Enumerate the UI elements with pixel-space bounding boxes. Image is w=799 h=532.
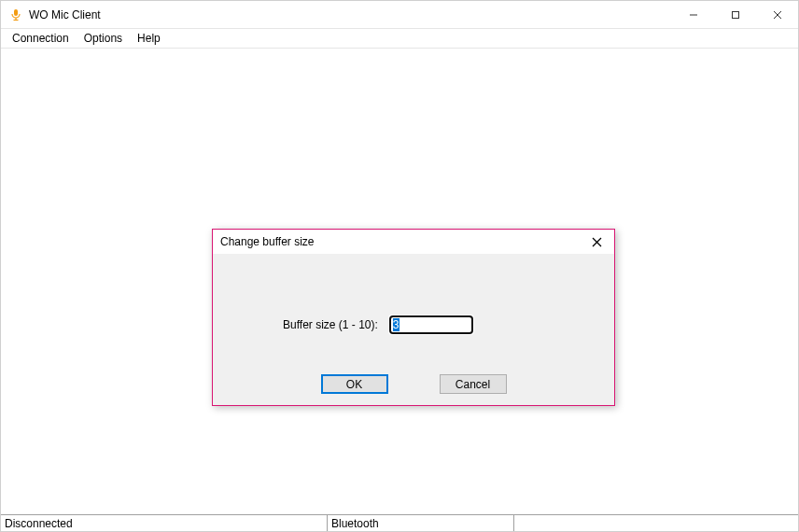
window-controls	[672, 1, 798, 28]
client-area: Change buffer size Buffer size (1 - 10):…	[1, 49, 798, 514]
maximize-button[interactable]	[714, 1, 756, 28]
dialog-title: Change buffer size	[220, 235, 584, 248]
ok-button[interactable]: OK	[321, 374, 388, 394]
buffer-size-row: Buffer size (1 - 10):	[283, 315, 473, 334]
main-window: WO Mic Client Connection Options Help	[0, 0, 799, 532]
dialog-body: Buffer size (1 - 10): OK Cancel	[213, 254, 614, 405]
statusbar: Disconnected Bluetooth	[1, 514, 798, 531]
menu-options[interactable]: Options	[77, 30, 130, 47]
close-button[interactable]	[756, 1, 798, 28]
dialog-buttons: OK Cancel	[213, 374, 614, 394]
dialog-close-button[interactable]	[584, 232, 609, 251]
dialog-titlebar: Change buffer size	[213, 230, 614, 254]
menu-help[interactable]: Help	[130, 30, 168, 47]
buffer-size-input[interactable]	[389, 315, 473, 334]
buffer-size-dialog: Change buffer size Buffer size (1 - 10):…	[212, 229, 615, 406]
cancel-button[interactable]: Cancel	[440, 374, 507, 394]
svg-line-6	[774, 11, 781, 19]
svg-rect-4	[732, 11, 738, 18]
status-extra	[514, 515, 798, 531]
menu-connection[interactable]: Connection	[5, 30, 77, 47]
status-connection: Disconnected	[1, 515, 328, 531]
svg-rect-0	[14, 9, 18, 16]
buffer-size-label: Buffer size (1 - 10):	[283, 318, 378, 331]
svg-line-5	[774, 11, 781, 19]
status-transport: Bluetooth	[328, 515, 514, 531]
menubar: Connection Options Help	[1, 29, 798, 49]
mic-icon	[8, 7, 23, 22]
titlebar: WO Mic Client	[1, 1, 798, 29]
minimize-button[interactable]	[672, 1, 714, 28]
window-title: WO Mic Client	[29, 8, 101, 21]
